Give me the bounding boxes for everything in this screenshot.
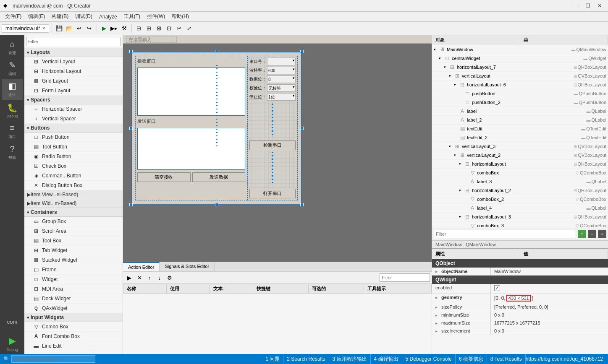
tb-debug-run-btn[interactable]: ▶▸ xyxy=(110,24,119,33)
menu-tools[interactable]: 工具(T) xyxy=(121,12,144,21)
widget-horizontal-layout[interactable]: ⊟ Horizontal Layout xyxy=(24,67,123,76)
widget-font-combo-box[interactable]: A Font Combo Box xyxy=(24,332,123,341)
category-item-view[interactable]: ▶ Item View...el-Based) xyxy=(24,190,123,199)
data-select[interactable]: 8 xyxy=(267,75,296,83)
widget-radio-button[interactable]: ◉ Radio Button xyxy=(24,152,123,161)
tb-break-layout-btn[interactable]: ✂ xyxy=(175,24,184,33)
tab-signals-slots[interactable]: Signals & Slots Editor xyxy=(160,262,215,271)
tree-label4[interactable]: A label_4 ▬ QLabel xyxy=(432,204,608,213)
minimize-button[interactable]: — xyxy=(571,2,581,10)
widget-scroll-area[interactable]: ⊞ Scroll Area xyxy=(24,226,123,236)
detect-port-btn[interactable]: 检测串口 xyxy=(249,140,296,150)
widget-combo-box[interactable]: ▽ Combo Box xyxy=(24,322,123,332)
action-tb-btn-5[interactable]: ⚙ xyxy=(165,273,174,282)
prop-objectname[interactable]: ▸objectName MainWindow xyxy=(432,268,608,276)
close-button[interactable]: ✕ xyxy=(595,2,605,10)
locate-input[interactable] xyxy=(11,355,95,363)
receive-textarea[interactable] xyxy=(137,68,245,116)
widget-mdi-area[interactable]: ⊡ MDI Area xyxy=(24,284,123,294)
mode-com[interactable]: com xyxy=(2,312,23,333)
widget-frame[interactable]: ▢ Frame xyxy=(24,265,123,275)
widget-line-edit[interactable]: ▬ Line Edit xyxy=(24,341,123,351)
file-tab[interactable]: mainwindow.ui* ✕ xyxy=(2,24,49,33)
action-tb-btn-3[interactable]: ↑ xyxy=(145,273,154,282)
status-debugger-console[interactable]: 5 Debugger Console xyxy=(402,354,456,364)
widget-qax-widget[interactable]: Q QAxWidget xyxy=(24,304,123,313)
tab-close-icon[interactable]: ✕ xyxy=(42,26,45,31)
widget-filter-input[interactable] xyxy=(26,37,121,46)
tree-more-btn[interactable]: ≡ xyxy=(598,230,606,238)
handle-bottom[interactable] xyxy=(215,203,218,206)
widget-form-layout[interactable]: ⊡ Form Layout xyxy=(24,86,123,96)
widget-command-button[interactable]: ◈ Comman...Button xyxy=(24,171,123,181)
send-data-btn[interactable]: 发送数据 xyxy=(192,172,246,182)
clear-receive-btn[interactable]: 清空接收 xyxy=(137,172,191,182)
prop-geometry[interactable]: ▸geometry [0, 0, 430 × 531 ] xyxy=(432,294,608,303)
widget-widget[interactable]: □ Widget xyxy=(24,275,123,284)
mode-debug[interactable]: 🐛 Debug xyxy=(2,100,23,121)
enabled-checkbox[interactable] xyxy=(494,285,500,291)
tb-adjust-size-btn[interactable]: ⤢ xyxy=(185,24,194,33)
mode-project[interactable]: ≡ 项目 xyxy=(2,121,23,142)
tree-hlayout7[interactable]: ▾ ⊟ horizontalLayout_7 ⊟ QHBoxLayout xyxy=(432,63,608,72)
tb-save-btn[interactable]: 💾 xyxy=(55,24,64,33)
widget-v-spacer[interactable]: ↕ Vertical Spacer xyxy=(24,114,123,124)
handle-right[interactable] xyxy=(300,127,304,130)
menu-edit[interactable]: 编辑(E) xyxy=(25,12,48,21)
menu-analyze[interactable]: Analyze xyxy=(96,13,121,21)
widget-stacked-widget[interactable]: ⊠ Stacked Widget xyxy=(24,255,123,265)
tree-centralwidget[interactable]: ▾ □ centralWidget ▬ QWidget xyxy=(432,54,608,63)
port-select[interactable] xyxy=(267,58,296,65)
tree-mainwindow[interactable]: ▾ 🖥 MainWindow ▬ QMainWindow xyxy=(432,45,608,54)
menu-debug[interactable]: 调试(D) xyxy=(72,12,96,21)
tree-add-btn[interactable]: + xyxy=(578,230,586,238)
status-test-results[interactable]: 8 Test Results xyxy=(487,354,526,364)
widget-tool-box[interactable]: ▤ Tool Box xyxy=(24,236,123,246)
status-problems[interactable]: 1 问题 xyxy=(262,354,283,364)
tree-combobox2[interactable]: ▽ comboBox_2 ▽ QComboBox xyxy=(432,195,608,204)
widget-grid-layout[interactable]: ⊠ Grid Layout xyxy=(24,76,123,86)
open-port-btn[interactable]: 打开串口 xyxy=(249,189,296,198)
tb-redo-btn[interactable]: ↪ xyxy=(85,24,94,33)
handle-left[interactable] xyxy=(129,127,133,130)
tb-undo-btn[interactable]: ↩ xyxy=(75,24,84,33)
category-input-widgets[interactable]: ▾ Input Widgets xyxy=(24,313,123,322)
category-layouts[interactable]: ▾ Layouts xyxy=(24,48,123,57)
mode-welcome[interactable]: ⌂ 欢迎 xyxy=(2,37,23,58)
tree-combobox[interactable]: ▽ comboBox ▽ QComboBox xyxy=(432,169,608,177)
action-tb-btn-4[interactable]: ↓ xyxy=(155,273,164,282)
canvas-scroll[interactable]: 接收窗口 发送窗口 清空接收 发送数据 xyxy=(123,35,432,262)
menu-build[interactable]: 构建(B) xyxy=(48,12,72,21)
menu-widgets[interactable]: 控件(W) xyxy=(144,12,168,21)
tb-run-btn[interactable]: ▶ xyxy=(100,24,109,33)
category-buttons[interactable]: ▾ Buttons xyxy=(24,124,123,133)
status-general-info[interactable]: 6 概要信息 xyxy=(456,354,487,364)
tree-textedit2[interactable]: ▤ textEdit_2 ▬ QTextEdit xyxy=(432,133,608,142)
widget-push-button[interactable]: □ Push Button xyxy=(24,133,123,142)
status-app-output[interactable]: 3 应用程序输出 xyxy=(329,354,371,364)
action-tb-btn-2[interactable]: ✕ xyxy=(135,273,144,282)
tree-vlayout3[interactable]: ▾ ⊞ verticalLayout_3 ⊞ QVBoxLayout xyxy=(432,142,608,151)
prop-minsize[interactable]: ▸minimumSize 0 x 0 xyxy=(432,311,608,319)
handle-bottom-left[interactable] xyxy=(129,203,133,206)
widget-dock-widget[interactable]: ▤ Dock Widget xyxy=(24,294,123,304)
widget-dialog-button-box[interactable]: ✕ Dialog Button Box xyxy=(24,181,123,190)
prop-maxsize[interactable]: ▸maximumSize 16777215 x 16777215 xyxy=(432,319,608,327)
widget-tab-widget[interactable]: ⊟ Tab Widget xyxy=(24,246,123,255)
widget-h-spacer[interactable]: ↔ Horizontal Spacer xyxy=(24,104,123,114)
action-filter-input[interactable] xyxy=(380,273,430,282)
category-item-widget[interactable]: ▶ Item Wid...m-Based) xyxy=(24,199,123,208)
tree-combobox3[interactable]: ▽ comboBox_3 ▽ QComboBox xyxy=(432,221,608,228)
tree-pushbutton[interactable]: □ pushButton ▬ QPushButton xyxy=(432,89,608,98)
mode-edit[interactable]: ✎ 编辑 xyxy=(2,58,23,79)
tree-vlayout2[interactable]: ▾ ⊞ verticalLayout_2 ⊞ QVBoxLayout xyxy=(432,151,608,160)
widget-check-box[interactable]: ☑ Check Box xyxy=(24,161,123,171)
tree-hlayout3[interactable]: ▾ ⊟ horizontalLayout_3 ⊟ QHBoxLayout xyxy=(432,213,608,221)
tb-build-btn[interactable]: ⚒ xyxy=(120,24,129,33)
prop-enabled[interactable]: enabled xyxy=(432,284,608,294)
status-search-results[interactable]: 2 Search Results xyxy=(283,354,329,364)
baud-select[interactable]: 600 xyxy=(267,67,296,74)
widget-vertical-layout[interactable]: ⊞ Vertical Layout xyxy=(24,57,123,67)
tree-remove-btn[interactable]: − xyxy=(588,230,596,238)
category-spacers[interactable]: ▾ Spacers xyxy=(24,96,123,104)
